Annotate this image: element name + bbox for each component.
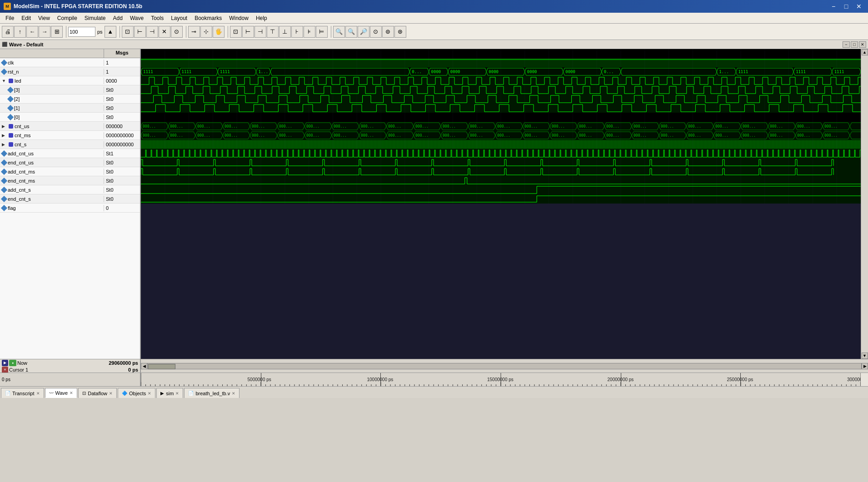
signal-row[interactable]: [1]St0 xyxy=(0,104,140,113)
tb-sep2 xyxy=(118,26,120,38)
signal-row[interactable]: end_cnt_sSt0 xyxy=(0,194,140,204)
signal-name: cnt_s xyxy=(15,142,26,147)
hscroll[interactable]: ◀ ▶ xyxy=(141,359,868,373)
tb-sim2[interactable]: ⊢ xyxy=(134,26,146,38)
tb-nav3[interactable]: ⊣ xyxy=(254,26,266,38)
hscroll-right-btn[interactable]: ▶ xyxy=(862,363,868,369)
menu-item-simulate[interactable]: Simulate xyxy=(81,14,110,22)
tb-sim4[interactable]: ✕ xyxy=(159,26,170,38)
wave-canvas[interactable] xyxy=(141,49,861,359)
tb-nav7[interactable]: ⊧ xyxy=(304,26,315,38)
signal-row[interactable]: [2]St0 xyxy=(0,94,140,104)
menu-item-edit[interactable]: Edit xyxy=(18,14,35,22)
tb-print-button[interactable]: 🖨 xyxy=(2,26,14,38)
signal-row[interactable]: ▶cnt_s0000000000 xyxy=(0,140,140,149)
signal-row[interactable]: rst_n1 xyxy=(0,67,140,76)
signal-row[interactable]: end_cnt_usSt0 xyxy=(0,158,140,167)
signal-value: 0 xyxy=(104,205,140,211)
tab-close-btn[interactable]: ✕ xyxy=(70,391,73,395)
signal-row[interactable]: [0]St0 xyxy=(0,113,140,122)
tab-close-btn[interactable]: ✕ xyxy=(148,391,151,396)
tb-nav2[interactable]: ⊢ xyxy=(242,26,254,38)
expand-btn[interactable]: ▶ xyxy=(2,142,6,147)
tab-dataflow[interactable]: ⊡Dataflow✕ xyxy=(78,388,117,398)
expand-btn[interactable]: ▼ xyxy=(2,79,6,83)
tb-wave1[interactable]: ⊸ xyxy=(188,26,200,38)
tb-up-button[interactable]: ↑ xyxy=(14,26,26,38)
tb-nav8[interactable]: ⊨ xyxy=(316,26,328,38)
expand-btn[interactable]: ▶ xyxy=(2,133,6,138)
signal-row[interactable]: flag0 xyxy=(0,204,140,213)
tb-nav1[interactable]: ⊡ xyxy=(230,26,242,38)
tb-zoom6[interactable]: ⊛ xyxy=(394,26,406,38)
tb-wave3[interactable]: 🖐 xyxy=(213,26,224,38)
tab-objects[interactable]: 🔷Objects✕ xyxy=(118,388,155,398)
tb-nav4[interactable]: ⊤ xyxy=(267,26,279,38)
menu-item-window[interactable]: Window xyxy=(225,14,252,22)
tb-zoom4[interactable]: ⊙ xyxy=(370,26,382,38)
tb-zoom5[interactable]: ⊚ xyxy=(382,26,394,38)
tb-nav5[interactable]: ⊥ xyxy=(279,26,291,38)
menu-item-help[interactable]: Help xyxy=(252,14,271,22)
signal-row[interactable]: ▶cnt_us000000 xyxy=(0,122,140,131)
wave-bar-min[interactable]: − xyxy=(843,41,850,48)
close-button[interactable]: ✕ xyxy=(853,2,864,11)
tab-close-btn[interactable]: ✕ xyxy=(36,391,40,396)
tab-close-btn[interactable]: ✕ xyxy=(109,391,113,396)
tb-forward-button[interactable]: → xyxy=(39,26,50,38)
minimize-button[interactable]: − xyxy=(828,2,839,11)
signal-value: 000000 xyxy=(104,123,140,129)
wave-bar-max[interactable]: □ xyxy=(851,41,858,48)
now-icon: ▶ xyxy=(2,360,8,366)
maximize-button[interactable]: □ xyxy=(841,2,852,11)
vscroll[interactable]: ▲ ▼ xyxy=(861,49,868,359)
menu-item-compile[interactable]: Compile xyxy=(54,14,81,22)
wave-bar-close[interactable]: ✕ xyxy=(859,41,866,48)
tb-zoom-out[interactable]: 🔍 xyxy=(345,26,357,38)
signal-row[interactable]: add_cnt_sSt0 xyxy=(0,185,140,194)
hscroll-track[interactable] xyxy=(147,363,862,369)
tb-sim1[interactable]: ⊡ xyxy=(122,26,134,38)
signal-row[interactable]: add_cnt_msSt0 xyxy=(0,167,140,176)
signal-row[interactable]: end_cnt_msSt0 xyxy=(0,176,140,185)
menu-item-tools[interactable]: Tools xyxy=(147,14,167,22)
signal-icon xyxy=(7,114,14,120)
signal-name-header xyxy=(0,49,104,58)
tb-wave2[interactable]: ⊹ xyxy=(200,26,212,38)
wave-window-bar: ⬛ Wave - Default − □ ✕ xyxy=(0,40,868,49)
vscroll-down[interactable]: ▼ xyxy=(862,353,868,359)
tab-close-btn[interactable]: ✕ xyxy=(175,391,179,396)
expand-btn[interactable]: ▶ xyxy=(2,124,6,129)
signal-row[interactable]: ▼led0000 xyxy=(0,76,140,85)
menu-item-layout[interactable]: Layout xyxy=(167,14,191,22)
tb-nav6[interactable]: ⊦ xyxy=(291,26,303,38)
tb-back-button[interactable]: ← xyxy=(26,26,38,38)
menu-item-file[interactable]: File xyxy=(2,14,18,22)
tb-time-input[interactable] xyxy=(68,27,95,37)
hscroll-left-btn[interactable]: ◀ xyxy=(141,363,147,369)
tab-wave[interactable]: 〰Wave✕ xyxy=(45,388,78,398)
wave-area[interactable] xyxy=(141,49,861,359)
menu-item-bookmarks[interactable]: Bookmarks xyxy=(191,14,225,22)
menu-item-wave[interactable]: Wave xyxy=(126,14,147,22)
tab-breathledtbv[interactable]: 📄breath_led_tb.v✕ xyxy=(184,388,239,398)
signal-row[interactable]: add_cnt_usSt1 xyxy=(0,149,140,158)
tb-sim5[interactable]: ⊙ xyxy=(171,26,183,38)
tb-time-up[interactable]: ▲ xyxy=(105,26,116,38)
tb-marker-button[interactable]: ⊞ xyxy=(51,26,63,38)
vscroll-up[interactable]: ▲ xyxy=(862,49,868,55)
hscroll-thumb[interactable] xyxy=(148,364,175,369)
tb-zoom-full[interactable]: 🔎 xyxy=(358,26,369,38)
tab-icon: 📄 xyxy=(5,391,10,396)
tab-close-btn[interactable]: ✕ xyxy=(232,391,235,396)
menu-item-add[interactable]: Add xyxy=(110,14,126,22)
signal-row[interactable]: [3]St0 xyxy=(0,85,140,94)
menu-item-view[interactable]: View xyxy=(35,14,54,22)
tb-sim3[interactable]: ⊣ xyxy=(146,26,158,38)
tab-sim[interactable]: ▶sim✕ xyxy=(156,388,183,398)
signal-row[interactable]: ▶cnt_ms0000000000 xyxy=(0,131,140,140)
tb-zoom-in[interactable]: 🔍 xyxy=(333,26,345,38)
signal-row[interactable]: clk1 xyxy=(0,58,140,67)
tab-transcript[interactable]: 📄Transcript✕ xyxy=(1,388,44,398)
tb-sep3 xyxy=(185,26,186,38)
